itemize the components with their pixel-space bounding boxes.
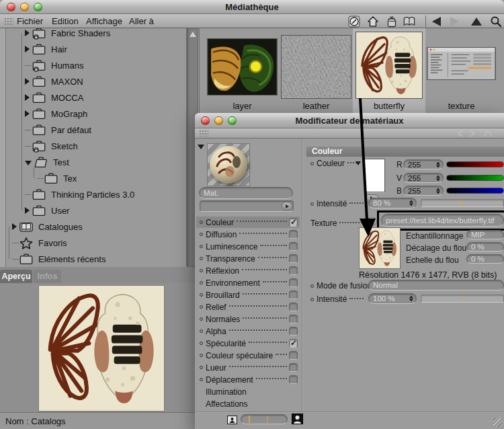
material-disclosure-icon[interactable] [198,145,204,149]
catalog-book-icon[interactable] [403,15,415,28]
channel-checkbox[interactable] [289,303,298,311]
thumbnail-butterfly-image[interactable] [355,32,423,99]
thumbnail-texture-image[interactable] [427,47,496,80]
blur-offset-field[interactable]: 0 % [466,242,504,251]
menu-edition[interactable]: Edition [52,14,79,28]
stepper-icon[interactable] [436,188,440,194]
intensity2-slider[interactable] [421,295,504,303]
channel-normales[interactable]: Normales [196,313,300,325]
tree-item-maxon[interactable]: MAXON [7,73,185,89]
disclosure-right-icon[interactable] [25,207,30,214]
channel-checkbox[interactable] [289,339,298,348]
channel-checkbox[interactable] [289,327,298,336]
window-resize-grip[interactable] [493,418,502,427]
channel-illumination[interactable]: Illumination [196,386,300,397]
channel-checkbox[interactable] [289,315,298,323]
thumbnail-layer-label[interactable]: layer [207,101,278,111]
material-selector-dropdown[interactable] [200,200,294,212]
thumbnail-leather-label[interactable]: leather [281,101,351,111]
menubar-drag-handle[interactable] [4,17,13,25]
thumbnail-layer-image[interactable] [207,38,278,95]
disclosure-down-icon[interactable] [25,161,32,165]
menu-aller-a[interactable]: Aller à [129,14,154,28]
tree-item-favoris[interactable]: Favoris [7,235,185,251]
blue-slider[interactable] [446,188,504,194]
material-preview-box[interactable] [207,143,250,186]
minimize-button[interactable] [20,3,29,11]
tree-item-par-defaut[interactable]: Par défaut [7,122,185,138]
channel-deplacement[interactable]: Déplacement [196,374,300,385]
green-slider[interactable] [446,175,504,181]
minimize-button[interactable] [214,116,223,125]
thumbnail-butterfly-label[interactable]: butterfly [353,101,425,111]
channel-checkbox[interactable] [289,351,298,360]
blend-mode-dropdown[interactable]: Normal [368,280,504,290]
ink-bottle-icon[interactable] [386,15,398,28]
intensity-slider[interactable] [421,199,504,207]
zoom-button[interactable] [228,116,237,125]
stepper-icon[interactable] [409,200,413,206]
channel-brouillard[interactable]: Brouillard [196,289,300,301]
channel-reflexion[interactable]: Réflexion [196,265,300,276]
material-editor-titlebar[interactable]: Modificateur de matériaux [195,113,504,128]
tree-item-tex[interactable]: Tex [7,170,185,186]
tree-item-test[interactable]: Test [7,154,185,170]
person-view-icon[interactable] [292,414,303,424]
tree-item-sketch[interactable]: Sketch [7,138,185,154]
back-icon[interactable] [432,17,441,26]
tab-apercu[interactable]: Aperçu [0,270,32,283]
texture-path-field[interactable]: preset://test.lib4d/tex/butterfly.tif [381,214,504,227]
tree-item-mograph[interactable]: MoGraph [7,106,185,122]
channel-affectations[interactable]: Affectations [196,398,300,410]
disclosure-right-icon[interactable] [25,94,30,101]
channel-relief[interactable]: Relief [196,301,300,313]
texture-preview-thumbnail[interactable] [359,227,401,269]
picture-view-icon[interactable] [227,416,237,424]
close-button[interactable] [7,3,15,11]
tree-item-fabric-shaders[interactable]: Fabric Shaders [7,28,185,41]
channel-specularite[interactable]: Spécularité [196,338,300,349]
texture-expand-button[interactable] [366,217,377,226]
channel-checkbox[interactable] [289,242,298,251]
channel-couleur-speculaire[interactable]: Couleur spéculaire [196,350,300,361]
intensity-value-field[interactable]: 80 % [368,198,417,208]
intensity2-value-field[interactable]: 100 % [368,293,417,304]
red-value-field[interactable]: 255 [403,159,444,169]
scroll-up-icon[interactable] [190,32,196,37]
menu-affichage[interactable]: Affichage [86,14,122,28]
color-dropdown-icon[interactable] [355,161,361,165]
channel-checkbox[interactable] [289,230,298,239]
red-slider[interactable] [446,161,504,167]
channel-couleur[interactable]: Couleur [196,217,300,228]
tree-item-catalogues[interactable]: Catalogues [7,219,185,235]
channel-checkbox[interactable] [289,278,298,287]
disclosure-right-icon[interactable] [25,46,30,52]
tree-item-elements-recents[interactable]: Eléments récents [7,251,185,267]
mediatheque-titlebar[interactable]: Médiathèque [0,0,504,14]
channel-luminescence[interactable]: Luminescence [196,241,300,252]
tab-infos[interactable]: Infos [34,270,61,283]
disclosure-right-icon[interactable] [25,110,30,117]
disclosure-right-icon[interactable] [25,78,30,85]
disclosure-right-icon[interactable] [25,30,30,36]
tree-item-humans[interactable]: Humans [7,57,185,73]
channel-checkbox[interactable] [289,218,298,227]
channel-checkbox[interactable] [289,363,298,372]
channel-alpha[interactable]: Alpha [196,325,300,337]
channel-diffusion[interactable]: Diffusion [196,229,300,240]
home-icon[interactable] [367,15,379,28]
disclosure-right-icon[interactable] [12,223,17,230]
stepper-icon[interactable] [436,175,440,181]
timer-icon[interactable] [348,15,360,28]
channel-environnement[interactable]: Environnement [196,277,300,288]
stepper-icon[interactable] [409,296,413,302]
channel-checkbox[interactable] [289,290,298,299]
dropdown-expand-button[interactable] [282,202,292,210]
preview-size-slider[interactable] [241,414,288,424]
tree-item-user[interactable]: User [7,202,185,219]
thumbnail-leather-image[interactable] [281,35,351,99]
thumbnail-texture-label[interactable]: texture [427,101,496,111]
sampling-dropdown[interactable]: MIP [466,230,504,239]
channel-checkbox[interactable] [289,266,298,275]
toolbar-drag-handle[interactable] [199,130,208,136]
